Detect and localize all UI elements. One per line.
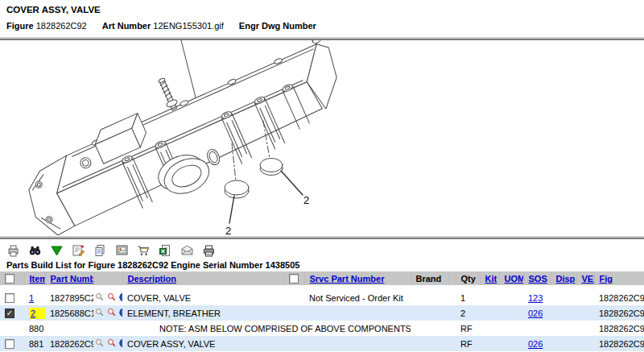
row-select-checkbox[interactable] — [5, 309, 14, 318]
figure-number: 1828262C92 — [36, 21, 87, 31]
sos-cell — [523, 321, 551, 336]
description-cell: COVER ASSY, VALVE — [122, 336, 283, 351]
part-number-cell: 1827895C2 — [45, 290, 93, 305]
copy-page-icon[interactable] — [93, 244, 107, 257]
email-icon[interactable] — [180, 244, 194, 257]
fig-cell: 1828262C92 — [594, 305, 644, 321]
view-detail-icon[interactable] — [95, 292, 104, 304]
view-detail-icon[interactable] — [95, 338, 104, 350]
cart-icon[interactable] — [137, 244, 151, 257]
select-all-srvc-checkbox[interactable] — [289, 274, 299, 284]
disp-cell — [551, 290, 576, 305]
export-excel-icon[interactable] — [159, 244, 172, 257]
parts-toolbar — [0, 239, 644, 259]
brand-cell — [411, 290, 449, 305]
column-header-disp[interactable]: Disp — [556, 274, 576, 284]
vei-cell — [576, 336, 594, 351]
info-icon[interactable]: i — [119, 308, 122, 319]
where-used-icon[interactable] — [107, 308, 116, 319]
find-icon[interactable] — [28, 244, 42, 257]
where-used-icon[interactable] — [107, 292, 116, 304]
where-used-icon[interactable] — [107, 338, 116, 350]
table-row: 1 1827895C2 i COVER, VALVE Not Serviced … — [0, 290, 644, 305]
art-number-label: Art Number — [102, 21, 151, 31]
vei-cell — [576, 290, 594, 305]
figure-diagram: 2 2 — [0, 40, 644, 235]
column-header-uom[interactable]: UOM — [505, 274, 524, 284]
column-header-icons — [93, 271, 122, 285]
column-header-vei[interactable]: VEI — [582, 274, 595, 284]
engr-dwg-label: Engr Dwg Number — [239, 21, 316, 31]
image-viewer-icon[interactable] — [115, 244, 129, 257]
srvc-part-number-cell — [304, 336, 411, 351]
uom-cell — [499, 290, 523, 305]
kit-cell — [480, 290, 499, 305]
sos-link[interactable]: 026 — [528, 339, 543, 349]
disp-cell — [551, 305, 576, 321]
uom-cell — [499, 305, 523, 321]
view-detail-icon[interactable] — [95, 308, 104, 319]
brand-cell — [411, 336, 449, 351]
qty-cell: 1 — [456, 290, 480, 305]
table-row-note: 880 NOTE: ASM BELOW COMPRISED OF ABOVE C… — [0, 321, 644, 336]
table-row-selected: 2 1825688C1 i ELEMENT, BREATHER 2 026 18… — [0, 305, 644, 321]
parts-list-title: Parts Build List for Figure 1828262C92 E… — [0, 259, 644, 271]
column-header-fig[interactable]: Fig — [600, 274, 613, 284]
art-number-value: 12ENG155301.gif — [153, 21, 223, 31]
disp-cell — [551, 336, 576, 351]
column-header-kit[interactable]: Kit — [485, 274, 497, 284]
sos-link[interactable]: 026 — [528, 309, 543, 318]
vei-cell — [576, 321, 594, 336]
uom-cell — [499, 321, 523, 336]
info-icon[interactable]: i — [119, 338, 122, 350]
kit-cell — [480, 305, 499, 321]
breather-element-left — [225, 143, 249, 223]
page-header: COVER ASSY, VALVE Figure 1828262C92 Art … — [0, 0, 644, 36]
item-cell: 880 — [24, 321, 45, 336]
vei-cell — [576, 305, 594, 321]
column-header-qty: Qty — [461, 274, 476, 284]
row-select-checkbox[interactable] — [5, 339, 14, 349]
callout-2-left: 2 — [225, 225, 231, 235]
qty-cell: 2 — [456, 305, 480, 321]
description-cell: COVER, VALVE — [122, 290, 283, 305]
callout-2-right: 2 — [303, 194, 309, 206]
note-cell: NOTE: ASM BELOW COMPRISED OF ABOVE COMPO… — [122, 321, 411, 336]
column-header-sos[interactable]: SOS — [529, 274, 547, 284]
disp-cell — [551, 321, 576, 336]
valve-cover-drawing: 2 2 — [0, 40, 644, 235]
brand-cell — [411, 321, 449, 336]
item-link[interactable]: 2 — [31, 309, 35, 318]
item-cell: 881 — [24, 336, 45, 351]
column-header-part-number[interactable]: Part Number — [51, 274, 94, 284]
print-icon[interactable] — [202, 244, 216, 257]
part-number-cell — [45, 321, 93, 336]
page-title: COVER ASSY, VALVE — [6, 5, 638, 14]
row-select-checkbox[interactable] — [5, 293, 14, 303]
select-all-checkbox[interactable] — [5, 274, 14, 284]
uom-cell — [499, 336, 523, 351]
part-number-cell: 1828262C92 — [45, 336, 93, 351]
screw — [156, 77, 180, 111]
kit-cell — [480, 336, 499, 351]
parts-build-list-table: Item Part Number Description Srvc Part N… — [0, 271, 644, 351]
sos-link[interactable]: 123 — [528, 293, 543, 303]
column-header-item[interactable]: Item — [30, 274, 46, 284]
column-header-description[interactable]: Description — [128, 274, 177, 284]
table-row: 881 1828262C92 i COVER ASSY, VALVE RF 02… — [0, 336, 644, 351]
table-header-row: Item Part Number Description Srvc Part N… — [0, 271, 644, 285]
column-header-srvc-part-number[interactable]: Srvc Part Number — [310, 274, 385, 284]
description-cell: ELEMENT, BREATHER — [122, 305, 283, 321]
info-icon[interactable]: i — [119, 292, 122, 304]
print-small-icon[interactable] — [6, 244, 20, 257]
qty-cell: RF — [456, 321, 480, 336]
item-link[interactable]: 1 — [29, 293, 34, 303]
fig-cell: 1828262C92 — [594, 290, 644, 305]
leader-line-top — [181, 40, 196, 97]
qty-cell: RF — [456, 336, 480, 351]
kit-cell — [480, 321, 499, 336]
part-number-cell: 1825688C1 — [45, 305, 93, 321]
nav-down-icon[interactable] — [50, 244, 64, 257]
edit-note-icon[interactable] — [72, 244, 85, 257]
srvc-part-number-cell — [304, 305, 411, 321]
